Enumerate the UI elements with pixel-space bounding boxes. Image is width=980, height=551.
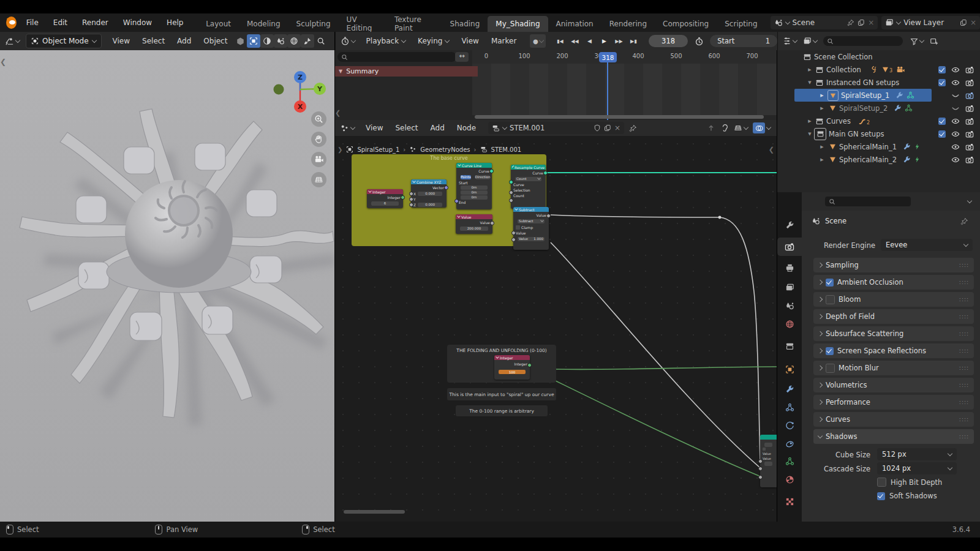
- playhead[interactable]: [607, 56, 608, 120]
- soft-shadows-checkbox[interactable]: [877, 492, 885, 500]
- node-value[interactable]: Value Value 200.000: [456, 214, 492, 234]
- output-socket[interactable]: [489, 169, 494, 173]
- panel-curves[interactable]: Curves::::: [813, 412, 974, 427]
- menu-marker[interactable]: Marker: [485, 37, 522, 45]
- next-keyframe-button[interactable]: ▶▶: [612, 34, 625, 48]
- output-socket[interactable]: [546, 214, 551, 218]
- ortho-toggle-button[interactable]: [311, 172, 326, 187]
- menu-file[interactable]: File: [19, 13, 46, 32]
- region-collapse-arrow[interactable]: ❮: [335, 109, 341, 117]
- geometry-node-editor[interactable]: View Select Add Node STEM.001 × ❯: [335, 120, 777, 522]
- bloom-checkbox[interactable]: [826, 295, 835, 304]
- reroute-node[interactable]: [718, 216, 722, 219]
- panel-shadows[interactable]: Shadows::::: [813, 429, 974, 444]
- invert-filter-button[interactable]: ↔: [455, 52, 469, 62]
- render-visibility-icon[interactable]: [965, 130, 974, 138]
- note-frame[interactable]: This is the main input to "spiral" up ou…: [447, 388, 556, 400]
- render-visibility-icon[interactable]: [965, 143, 974, 151]
- hide-eye-icon[interactable]: [951, 78, 960, 87]
- disclosure-icon[interactable]: ▶: [819, 144, 825, 149]
- tab-tool[interactable]: [777, 216, 802, 234]
- hide-eye-icon[interactable]: [951, 66, 960, 74]
- input-socket[interactable]: [758, 475, 763, 479]
- panel-depth-of-field[interactable]: Depth of Field::::: [813, 309, 974, 324]
- node-combine-xyz[interactable]: Combine XYZ Vector X0.000 Y Z0.000: [411, 179, 447, 208]
- render-visibility-icon[interactable]: [965, 78, 974, 87]
- node-integer[interactable]: Integer Integer 6: [367, 189, 403, 208]
- outliner-row-scene-collection[interactable]: Scene Collection: [777, 50, 980, 63]
- hide-eye-icon[interactable]: [951, 143, 960, 151]
- exclude-checkbox[interactable]: [938, 118, 946, 125]
- new-collection-icon[interactable]: [930, 37, 938, 45]
- outliner-search-input[interactable]: [823, 36, 903, 46]
- outliner-row-main-gn[interactable]: ▼ Main GN setups: [777, 127, 980, 140]
- menu-window[interactable]: Window: [116, 13, 159, 32]
- render-visibility-icon[interactable]: [965, 156, 974, 164]
- input-socket[interactable]: [511, 231, 516, 235]
- panel-sampling[interactable]: Sampling::::: [813, 258, 974, 272]
- input-socket[interactable]: [758, 459, 763, 463]
- shading-sphere-icon[interactable]: [260, 34, 274, 48]
- pan-button[interactable]: [311, 132, 326, 147]
- node-curve-line[interactable]: Curve Line Curve Points Direction Start …: [456, 163, 492, 209]
- disclosure-icon[interactable]: ▼: [807, 80, 813, 85]
- view-layer-selector[interactable]: View Layer ×: [881, 16, 980, 29]
- drag-dots-icon[interactable]: ::::: [959, 262, 969, 268]
- tab-physics[interactable]: [777, 416, 802, 435]
- node-partial-clipped[interactable]: Value Value: [760, 435, 777, 487]
- ssr-checkbox[interactable]: [826, 347, 834, 355]
- tab-scripting[interactable]: Scripting: [717, 16, 765, 32]
- tab-animation[interactable]: Animation: [548, 16, 601, 32]
- tab-compositing[interactable]: Compositing: [655, 16, 717, 32]
- motion-blur-checkbox[interactable]: [826, 364, 835, 373]
- tab-uv-editing[interactable]: UV Editing: [339, 16, 386, 32]
- pin-icon[interactable]: [960, 217, 968, 225]
- tab-collection[interactable]: [777, 337, 802, 355]
- tab-my-shading[interactable]: My_Shading: [488, 16, 548, 32]
- node-resample-curve[interactable]: Resample Curve Curve Count Curve Selecti…: [511, 165, 546, 209]
- input-socket[interactable]: [509, 180, 513, 184]
- exclude-checkbox[interactable]: [938, 66, 946, 73]
- render-engine-dropdown[interactable]: Eevee: [881, 239, 973, 251]
- pin-icon[interactable]: [847, 19, 854, 26]
- ao-checkbox[interactable]: [826, 279, 834, 287]
- exclude-checkbox[interactable]: [938, 130, 946, 138]
- search-icon[interactable]: [314, 34, 328, 48]
- outliner-row-instanced-gn[interactable]: ▼ Instanced GN setups: [777, 76, 980, 89]
- node-editor-scrollbar[interactable]: [344, 510, 405, 514]
- copy-icon[interactable]: [858, 19, 865, 26]
- menu-keying[interactable]: Keying: [412, 37, 455, 45]
- scene-props-icon[interactable]: [274, 34, 287, 48]
- jump-to-start-button[interactable]: ▮◀: [553, 34, 567, 48]
- breadcrumb-label[interactable]: Scene: [825, 217, 846, 225]
- timeline-ruler[interactable]: 0 100 200 300 400 500 600 700: [472, 50, 777, 64]
- output-socket[interactable]: [543, 171, 548, 175]
- panel-motion-blur[interactable]: Motion Blur::::: [813, 361, 974, 375]
- jump-to-end-button[interactable]: ▶▮: [627, 34, 640, 48]
- tab-texture-paint[interactable]: Texture Paint: [386, 16, 442, 32]
- input-socket[interactable]: [511, 238, 516, 242]
- view-gizmo[interactable]: Z Y X: [263, 56, 334, 115]
- channel-summary[interactable]: ▼ Summary: [335, 66, 478, 77]
- render-visibility-icon[interactable]: [965, 91, 974, 100]
- play-button[interactable]: ▶: [597, 34, 611, 48]
- tab-shading[interactable]: Shading: [442, 16, 488, 32]
- viewport-3d[interactable]: Z Y X ❮: [0, 50, 334, 522]
- input-socket[interactable]: [409, 192, 413, 196]
- input-socket[interactable]: [454, 199, 459, 203]
- menu-add[interactable]: Add: [171, 37, 197, 45]
- use-preview-range-button[interactable]: [693, 34, 706, 48]
- tab-rendering[interactable]: Rendering: [601, 16, 655, 32]
- hide-eye-icon[interactable]: [951, 156, 960, 164]
- hidden-eye-icon[interactable]: [951, 91, 960, 100]
- prev-keyframe-button[interactable]: ◀◀: [568, 34, 581, 48]
- expand-triangle-icon[interactable]: ▼: [339, 69, 342, 74]
- current-frame-badge[interactable]: 318: [599, 52, 617, 62]
- start-frame-field[interactable]: Start1: [710, 35, 777, 47]
- outliner-row-curves[interactable]: ▶ Curves 2: [777, 114, 980, 127]
- cube-size-dropdown[interactable]: 512 px: [877, 448, 957, 460]
- disclosure-icon[interactable]: ▶: [819, 93, 825, 98]
- panel-screen-space-reflections[interactable]: Screen Space Reflections::::: [813, 343, 974, 358]
- tab-sculpting[interactable]: Sculpting: [288, 16, 339, 32]
- node-integer-main-input[interactable]: Integer Integer 100: [494, 355, 530, 380]
